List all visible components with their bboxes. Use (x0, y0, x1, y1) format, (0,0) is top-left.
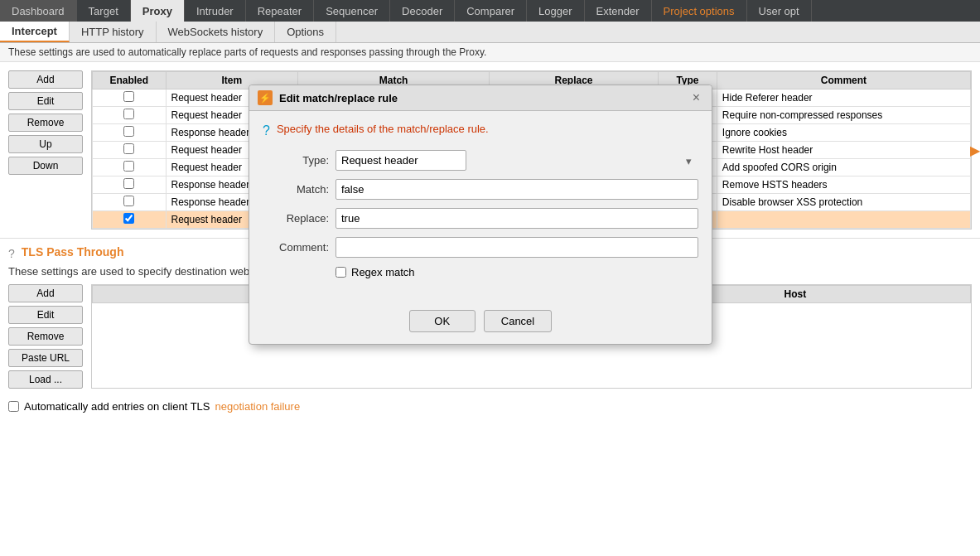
row-checkbox[interactable] (123, 161, 134, 172)
match-row: Match: (263, 179, 698, 200)
col-enabled: Enabled (93, 72, 167, 89)
nav-repeater[interactable]: Repeater (246, 0, 314, 22)
row-checkbox[interactable] (123, 91, 134, 102)
match-label: Match: (263, 183, 329, 196)
tab-websockets-history[interactable]: WebSockets history (157, 22, 276, 42)
nav-sequencer[interactable]: Sequencer (314, 0, 390, 22)
row-comment: Rewrite Host header (717, 142, 970, 159)
tls-edit-button[interactable]: Edit (8, 306, 83, 324)
row-checkbox[interactable] (123, 143, 134, 154)
match-input[interactable] (336, 179, 698, 200)
row-comment: Require non-compressed responses (717, 107, 970, 124)
row-checkbox[interactable] (123, 178, 134, 189)
modal-footer: OK Cancel (249, 302, 712, 344)
sub-navigation: Intercept HTTP history WebSockets histor… (0, 22, 980, 43)
tls-buttons: Add Edit Remove Paste URL Load ... (8, 284, 83, 389)
row-comment: Add spoofed CORS origin (717, 159, 970, 176)
tls-load-button[interactable]: Load ... (8, 370, 83, 389)
tls-desc-text: These settings are used to specify desti… (8, 265, 249, 278)
tls-help-icon[interactable]: ? (8, 247, 15, 260)
auto-tls-row: Automatically add entries on client TLS … (0, 395, 980, 418)
tls-remove-button[interactable]: Remove (8, 327, 83, 346)
comment-input[interactable] (336, 237, 698, 258)
match-replace-buttons: Add Edit Remove Up Down (8, 70, 83, 230)
row-comment: Disable browser XSS protection (717, 194, 970, 211)
auto-tls-checkbox[interactable] (8, 401, 19, 412)
row-comment (717, 211, 970, 229)
regex-label: Regex match (351, 266, 415, 278)
remove-button[interactable]: Remove (8, 114, 83, 132)
row-checkbox[interactable] (123, 196, 134, 206)
modal-close-button[interactable]: × (689, 90, 703, 105)
row-comment: Ignore cookies (717, 124, 970, 142)
nav-proxy[interactable]: Proxy (131, 0, 185, 22)
replace-label: Replace: (263, 212, 329, 225)
modal-description-row: ? Specify the details of the match/repla… (263, 123, 698, 138)
tls-paste-url-button[interactable]: Paste URL (8, 349, 83, 367)
type-row: Type: Request headerResponse headerReque… (263, 150, 698, 171)
nav-target[interactable]: Target (77, 0, 131, 22)
top-navigation: Dashboard Target Proxy Intruder Repeater… (0, 0, 980, 22)
regex-row: Regex match (336, 266, 698, 278)
replace-row: Replace: (263, 208, 698, 229)
comment-row: Comment: (263, 237, 698, 258)
nav-dashboard[interactable]: Dashboard (0, 0, 77, 22)
row-comment: Remove HSTS headers (717, 176, 970, 194)
tls-add-button[interactable]: Add (8, 284, 83, 302)
nav-user-options[interactable]: User opt (747, 0, 812, 22)
edit-button[interactable]: Edit (8, 92, 83, 110)
tls-title: TLS Pass Through (22, 245, 124, 259)
modal-info-icon: ? (263, 123, 270, 138)
regex-checkbox[interactable] (336, 267, 346, 278)
row-checkbox[interactable] (123, 109, 134, 119)
modal-description-text: Specify the details of the match/replace… (277, 123, 489, 135)
nav-logger[interactable]: Logger (527, 0, 584, 22)
type-select[interactable]: Request headerResponse headerRequest bod… (336, 150, 466, 171)
modal-body: ? Specify the details of the match/repla… (249, 111, 712, 302)
down-button[interactable]: Down (8, 157, 83, 175)
cancel-button[interactable]: Cancel (484, 310, 552, 332)
modal-title-text: Edit match/replace rule (279, 92, 683, 104)
nav-intruder[interactable]: Intruder (185, 0, 246, 22)
col-comment: Comment (717, 72, 970, 89)
type-label: Type: (263, 154, 329, 167)
main-content: These settings are used to automatically… (0, 43, 980, 556)
nav-extender[interactable]: Extender (585, 0, 652, 22)
modal-title-bar: ⚡ Edit match/replace rule × (249, 85, 712, 111)
modal-title-icon: ⚡ (258, 90, 273, 105)
tab-intercept[interactable]: Intercept (0, 22, 70, 42)
auto-tls-label: Automatically add entries on client TLS (24, 400, 210, 413)
row-checkbox[interactable] (123, 126, 134, 137)
comment-label: Comment: (263, 241, 329, 254)
scroll-indicator: ▶ (970, 143, 980, 158)
row-comment: Hide Referer header (717, 89, 970, 107)
tab-http-history[interactable]: HTTP history (70, 22, 157, 42)
nav-project-options[interactable]: Project options (652, 0, 747, 22)
auto-tls-link[interactable]: negotiation failure (215, 400, 301, 413)
replace-input[interactable] (336, 208, 698, 229)
up-button[interactable]: Up (8, 135, 83, 153)
nav-comparer[interactable]: Comparer (455, 0, 527, 22)
nav-decoder[interactable]: Decoder (390, 0, 455, 22)
add-button[interactable]: Add (8, 70, 83, 89)
type-select-wrapper: Request headerResponse headerRequest bod… (336, 150, 698, 171)
tab-options[interactable]: Options (275, 22, 336, 42)
section-notice: These settings are used to automatically… (0, 43, 980, 62)
ok-button[interactable]: OK (409, 310, 476, 332)
edit-rule-modal: ⚡ Edit match/replace rule × ? Specify th… (249, 85, 712, 345)
row-checkbox[interactable] (123, 213, 134, 224)
